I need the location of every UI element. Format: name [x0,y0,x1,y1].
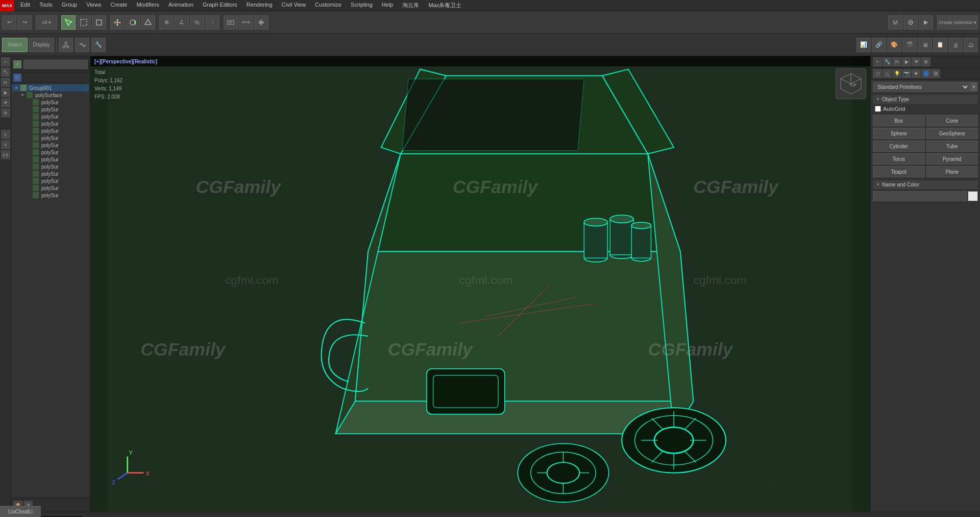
tree-item[interactable]: polySur [12,149,89,156]
plane-button[interactable]: Plane [926,166,978,177]
tree-item[interactable]: ▼polySurface [12,91,89,99]
snap-toggle[interactable]: ⊕ [159,15,174,30]
create-selection-button[interactable]: Create Selection ▾ [937,15,978,30]
align-button[interactable] [254,15,268,30]
snap-2d[interactable]: 2 [1,130,10,139]
create-panel-btn[interactable]: + [1,57,10,66]
cylinder-button[interactable]: Cylinder [873,140,925,152]
torus-button[interactable]: Torus [873,153,925,165]
menu-antivirus[interactable]: Max杀毒卫士 [424,1,465,10]
menu-create[interactable]: Create [106,1,131,10]
render-frame[interactable]: ▶ [919,15,933,30]
autogrid-checkbox[interactable] [875,106,881,112]
render-interactive[interactable]: 🖥 [918,38,932,52]
select-mode-tab[interactable]: Select [2,38,28,52]
snap-3d[interactable]: 3 [1,140,10,149]
right-display-icon[interactable]: 👁 [912,57,921,66]
move-button[interactable] [110,15,125,30]
tree-item[interactable]: polySur [12,134,89,142]
name-color-section-header[interactable]: ▼ Name and Color [873,180,978,189]
material-map[interactable]: 🎨 [887,38,901,52]
lights-icon[interactable]: 💡 [892,69,901,78]
snap-25d[interactable]: 2.5 [1,150,10,159]
angle-snap[interactable]: ∠ [175,15,189,30]
material-editor[interactable]: M [888,15,902,30]
hierarchy-panel-btn[interactable]: H [1,78,10,87]
right-motion-icon[interactable]: ▶ [902,57,911,66]
select-object-button[interactable] [61,15,76,30]
motion-icon[interactable] [75,38,89,52]
tree-item[interactable]: polySur [12,156,89,163]
nav-cube[interactable]: TOP [836,68,866,99]
percent-snap[interactable]: % [190,15,204,30]
menu-animation[interactable]: Animation [164,1,198,10]
object-name-input[interactable]: Group001 [873,191,967,201]
display-mode-tab[interactable]: Display [29,38,54,52]
tree-item[interactable]: polySur [12,127,89,134]
menu-graph-editors[interactable]: Graph Editors [199,1,241,10]
primitives-dropdown-arrow[interactable]: ▼ [970,82,978,92]
menu-modifiers[interactable]: Modifiers [132,1,163,10]
right-create-icon[interactable]: + [873,57,882,66]
tree-item[interactable]: ▼Group001 [12,84,89,91]
primitives-dropdown[interactable]: Standard Primitives [873,82,970,92]
right-hierarchy-icon[interactable]: H [892,57,901,66]
scene-options-icon[interactable]: ✓ [13,60,21,68]
hierarchy-icon[interactable] [59,38,73,52]
render-setup[interactable] [903,15,918,30]
object-type-section-header[interactable]: ▼ Object Type [873,95,978,104]
edit-named-selections[interactable] [224,15,238,30]
color-swatch[interactable] [968,191,978,201]
menu-views[interactable]: Views [82,1,105,10]
track-view[interactable]: 📊 [856,38,871,52]
box-button[interactable]: Box [873,115,925,126]
tube-button[interactable]: Tube [926,140,978,152]
menu-group[interactable]: Group [58,1,82,10]
mirror-button[interactable]: ⟺ [239,15,253,30]
teapot-button[interactable]: Teapot [873,166,925,177]
scene-explorer[interactable]: 🗂 [964,38,978,52]
cameras-icon[interactable]: 📷 [902,69,911,78]
scene-filter-icon[interactable]: 🛡 [13,74,21,82]
scale-button[interactable] [141,15,155,30]
select-window-button[interactable] [92,15,106,30]
menu-civil-view[interactable]: Civil View [278,1,310,10]
tree-item[interactable]: polySur [12,163,89,170]
pyramid-button[interactable]: Pyramid [926,153,978,165]
scene-search-input[interactable]: Name (Sorted Ascen [23,60,88,69]
state-sets[interactable]: 📋 [933,38,947,52]
video-post[interactable]: 🎬 [902,38,917,52]
viewport[interactable]: [+][Perspective][Realistic] Total Polys:… [90,56,870,512]
menu-scripting[interactable]: Scripting [347,1,377,10]
geosphere-button[interactable]: GeoSphere [926,128,978,139]
motion-panel-btn[interactable]: ▶ [1,88,10,97]
utilities-panel-btn[interactable]: ⚙ [1,108,10,118]
right-utilities-icon[interactable]: ⚙ [921,57,930,66]
menu-edit[interactable]: Edit [16,1,34,10]
undo-button[interactable]: ↩ [2,15,16,30]
geometry-icon[interactable]: ◻ [873,69,882,78]
tree-item[interactable]: polySur [12,113,89,120]
tree-item[interactable]: polySur [12,120,89,127]
menu-rendering[interactable]: Rendering [242,1,277,10]
rotate-button[interactable] [126,15,140,30]
print-size[interactable]: 🖨 [948,38,963,52]
display-panel-btn[interactable]: 👁 [1,98,10,107]
user-label[interactable]: LiuCloudLi [0,506,41,517]
tree-item[interactable]: polySur [12,177,89,184]
tree-item[interactable]: polySur [12,142,89,149]
schematic-view[interactable]: 🔗 [872,38,886,52]
sphere-button[interactable]: Sphere [873,128,925,139]
spinner-snap[interactable]: ⋮ [205,15,219,30]
tree-item[interactable]: polySur [12,99,89,106]
select-filter-button[interactable]: All ▾ [36,15,57,30]
shapes-icon[interactable]: △ [883,69,892,78]
utilities-icon[interactable]: 🔧 [91,38,106,52]
systems-icon[interactable]: ⛓ [931,69,940,78]
right-modify-icon[interactable]: 🔧 [883,57,892,66]
tree-item[interactable]: polySur [12,184,89,192]
menu-help[interactable]: Help [378,1,398,10]
menu-taoyunku[interactable]: 淘云库 [398,1,423,10]
modify-panel-btn[interactable]: 🔨 [1,67,10,77]
redo-button[interactable]: ↪ [17,15,32,30]
